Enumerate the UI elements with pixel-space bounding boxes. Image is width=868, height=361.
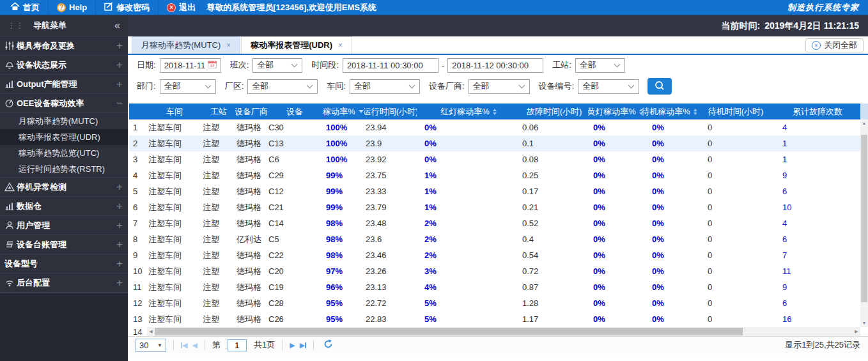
close-tab-icon[interactable]: × (226, 41, 231, 50)
sort-desc-icon[interactable] (359, 110, 364, 113)
shift-select[interactable]: 全部 (252, 58, 302, 73)
barchart-icon (4, 201, 17, 211)
scroll-right-icon[interactable]: ▶ (853, 327, 860, 336)
help-button[interactable]: ? Help (49, 0, 96, 15)
time-to-input[interactable]: 2018-11-12 00:30:00 (447, 58, 543, 73)
device-select[interactable]: 全部 (578, 79, 639, 94)
first-page-button[interactable]: ◀ (181, 341, 187, 349)
sidebar-item[interactable]: 用户管理+ (0, 216, 128, 235)
table-row[interactable]: 3注塑车间注塑德玛格C6100%23.920%0.080%0%01 (129, 151, 860, 167)
tab[interactable]: 稼动率报表管理(UDR)× (241, 36, 352, 54)
column-header[interactable]: 红灯稼动率% (417, 104, 520, 119)
expand-section-icon[interactable]: + (116, 181, 123, 192)
column-header[interactable]: 故障时间(小时) (520, 104, 588, 119)
scroll-down-icon[interactable]: ▼ (860, 319, 868, 327)
home-button[interactable]: 首页 (6, 0, 49, 15)
expand-section-icon[interactable]: + (116, 277, 123, 288)
sidebar-item[interactable]: 设备型号+ (0, 254, 128, 273)
column-header[interactable]: 黄灯稼动率% (588, 104, 642, 119)
table-row[interactable]: 1注塑车间注塑德玛格C30100%23.940%0.060%0%04 (129, 119, 860, 135)
table-row[interactable]: 7注塑车间注塑德玛格C1498%23.482%0.520%0%04 (129, 215, 860, 231)
logout-button[interactable]: × 退出 (159, 0, 204, 15)
close-all-button[interactable]: × 关闭全部 (805, 38, 864, 52)
column-header[interactable]: 待机稼动率% (642, 104, 697, 119)
sidebar-item[interactable]: 模具寿命及更换+ (0, 36, 128, 56)
expand-section-icon[interactable]: + (116, 239, 123, 250)
table-header: 车间工站设备厂商设备稼动率%运行时间(小时)红灯稼动率%故障时间(小时)黄灯稼动… (129, 104, 860, 119)
date-input[interactable]: 2018-11-11 17 (160, 58, 221, 73)
column-header[interactable]: 累计故障次数 (775, 104, 860, 119)
horizontal-scroll-thumb[interactable] (155, 328, 743, 335)
sidebar-item[interactable]: 设备状态展示+ (0, 56, 128, 75)
cell-standby-hours: 0 (697, 151, 775, 167)
calendar-icon[interactable]: 17 (208, 60, 217, 70)
cell-station: 注塑 (202, 279, 235, 295)
table-row[interactable]: 5注塑车间注塑德玛格C1299%23.331%0.170%0%06 (129, 183, 860, 199)
sidebar-header: ⋮⋮ 导航菜单 « (0, 15, 128, 36)
sidebar-item[interactable]: Output产能管理+ (0, 75, 128, 94)
column-header[interactable]: 工站 (202, 104, 235, 119)
cell-fault-hours: 0.54 (520, 247, 588, 263)
sidebar-subitem[interactable]: 月稼动率趋势(MUTC) (0, 113, 128, 129)
table-row[interactable]: 10注塑车间注塑德玛格C2097%23.263%0.720%0%011 (129, 263, 860, 279)
scroll-left-icon[interactable]: ◀ (147, 327, 155, 336)
user-icon (4, 220, 17, 230)
scroll-up-icon[interactable]: ▲ (860, 119, 868, 127)
page-number-input[interactable] (228, 339, 247, 351)
next-page-icon: ▶ (290, 341, 295, 349)
time-from-input[interactable]: 2018-11-11 00:30:00 (343, 58, 438, 73)
column-header[interactable]: 设备 (267, 104, 322, 119)
tab[interactable]: 月稼动率趋势(MUTC)× (132, 36, 240, 54)
expand-section-icon[interactable]: + (116, 40, 123, 51)
next-page-button[interactable]: ▶ (290, 341, 295, 349)
last-page-button[interactable]: ▶ (300, 341, 306, 349)
collapse-sidebar-icon[interactable]: « (114, 20, 120, 31)
expand-section-icon[interactable]: + (116, 79, 123, 89)
expand-section-icon[interactable]: + (116, 220, 123, 231)
dept-select[interactable]: 全部 (160, 79, 216, 94)
search-button[interactable] (647, 78, 672, 95)
table-row[interactable]: 9注塑车间注塑德玛格C2298%23.462%0.540%0%07 (129, 247, 860, 263)
sidebar-subitem[interactable]: 稼动率趋势总览(UTC) (0, 145, 128, 161)
vertical-scroll-thumb[interactable] (861, 135, 867, 302)
sort-icon[interactable] (493, 109, 497, 115)
cell-vendor: 德玛格 (235, 135, 267, 151)
table-row[interactable]: 8注塑车间注塑亿利达C598%23.62%0.40%0%06 (129, 231, 860, 247)
column-header[interactable]: 稼动率% (322, 104, 364, 119)
change-password-button[interactable]: 修改密码 (96, 0, 159, 15)
column-header[interactable]: 车间 (147, 104, 202, 119)
table-row[interactable]: 11注塑车间注塑德玛格C1996%23.134%0.870%0%09 (129, 279, 860, 295)
station-select[interactable]: 全部 (575, 58, 625, 73)
sidebar-item[interactable]: OEE设备稼动效率− (0, 94, 128, 113)
workshop-select[interactable]: 全部 (350, 79, 420, 94)
sidebar-item[interactable]: 后台配置+ (0, 273, 128, 293)
column-header[interactable]: 设备厂商 (235, 104, 267, 119)
collapse-section-icon[interactable]: − (116, 98, 123, 109)
sidebar-item[interactable]: 设备台账管理+ (0, 235, 128, 254)
table-row[interactable]: 4注塑车间注塑德玛格C2999%23.751%0.250%0%09 (129, 167, 860, 183)
plant-select[interactable]: 全部 (247, 79, 318, 94)
page-size-select[interactable]: 30 ▼ (136, 339, 166, 352)
table-row[interactable]: 6注塑车间注塑德玛格C2199%23.791%0.210%0%010 (129, 199, 860, 215)
prev-page-button[interactable]: ◀ (192, 341, 197, 349)
expand-section-icon[interactable]: + (116, 201, 123, 211)
table-row[interactable]: 2注塑车间注塑德玛格C13100%23.90%0.10%0%01 (129, 135, 860, 151)
table-row[interactable]: 12注塑车间注塑德玛格C2895%22.725%1.280%0%06 (129, 295, 860, 311)
column-header[interactable]: 待机时间(小时) (697, 104, 775, 119)
refresh-button[interactable] (323, 339, 333, 351)
table-row[interactable]: 13注塑车间注塑德玛格C2695%22.835%1.170%0%016 (129, 311, 860, 327)
expand-section-icon[interactable]: + (116, 258, 123, 269)
cell-red-rate: 1% (417, 199, 520, 215)
sidebar-subitem[interactable]: 稼动率报表管理(UDR) (0, 129, 128, 145)
plant-value: 全部 (252, 81, 268, 92)
vendor-select[interactable]: 全部 (469, 79, 530, 94)
sidebar-item[interactable]: 停机异常检测+ (0, 178, 128, 197)
close-tab-icon[interactable]: × (338, 41, 343, 50)
sidebar-subitem[interactable]: 运行时间趋势表(RSTR) (0, 161, 128, 177)
sidebar-item[interactable]: 数据仓+ (0, 197, 128, 216)
expand-section-icon[interactable]: + (116, 59, 123, 70)
column-header[interactable] (129, 104, 147, 119)
vertical-scrollbar[interactable]: ▲ ▼ (860, 119, 868, 327)
column-header[interactable]: 运行时间(小时) (364, 104, 417, 119)
horizontal-scrollbar[interactable]: ◀ ▶ (147, 327, 860, 336)
